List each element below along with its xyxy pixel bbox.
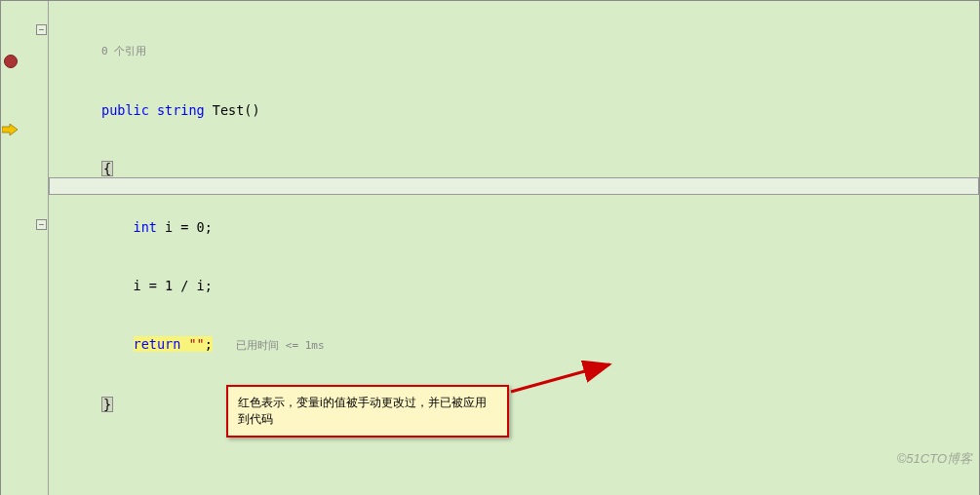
code-text: ; xyxy=(205,336,213,352)
breakpoint-icon[interactable] xyxy=(4,55,18,68)
keyword: public xyxy=(101,102,149,118)
collapse-toggle-icon[interactable]: − xyxy=(36,219,47,230)
code-text: i = 1 / i; xyxy=(134,278,213,293)
empty-line xyxy=(101,453,979,473)
method-name: Test() xyxy=(205,102,260,118)
gutter: − − xyxy=(1,1,48,495)
brace-highlight: { xyxy=(101,161,113,176)
string-literal: "" xyxy=(180,336,204,352)
code-text: i = 0; xyxy=(157,219,213,235)
timing-hint: 已用时间 <= 1ms xyxy=(236,339,324,352)
current-line-arrow-icon xyxy=(2,124,18,135)
keyword: string xyxy=(157,102,205,118)
annotation-callout: 红色表示，变量i的值被手动更改过，并已被应用到代码 xyxy=(226,385,509,438)
collapse-toggle-icon[interactable]: − xyxy=(36,24,47,35)
keyword: return xyxy=(134,336,181,352)
code-reference-hint: 0 个引用 xyxy=(101,42,979,61)
keyword: int xyxy=(134,219,157,235)
code-body[interactable]: 0 个引用 public string Test() { int i = 0; … xyxy=(48,1,979,495)
brace-highlight: } xyxy=(101,397,113,412)
